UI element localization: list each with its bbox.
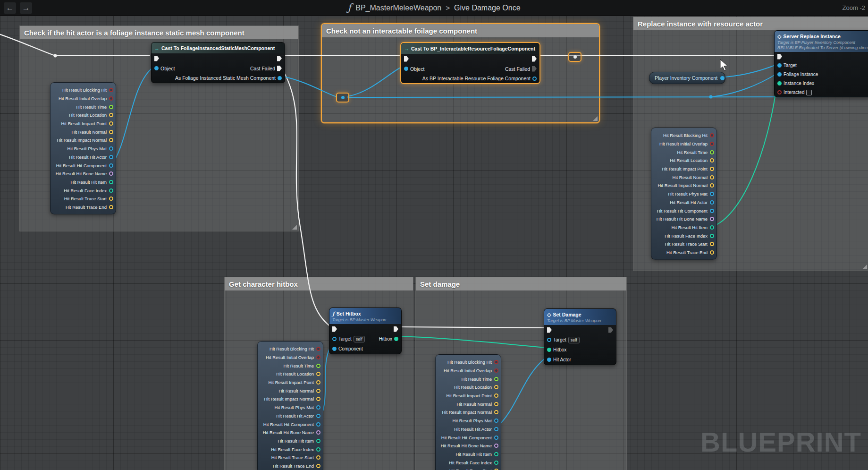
data-pin[interactable] [710, 192, 714, 196]
foliage-instance-pin[interactable] [777, 72, 782, 77]
data-pin[interactable] [316, 439, 320, 443]
data-pin[interactable] [494, 444, 498, 448]
exec-in-pin[interactable] [777, 54, 782, 60]
target-pin[interactable] [777, 63, 782, 68]
data-pin[interactable] [316, 380, 320, 385]
exec-in-pin[interactable] [547, 327, 552, 333]
data-pin[interactable] [494, 427, 498, 431]
data-pin[interactable] [109, 105, 113, 109]
data-pin[interactable] [109, 88, 113, 92]
data-pin[interactable] [494, 385, 498, 389]
break-hit-result-node-3[interactable]: Hit Result Blocking Hit Hit Result Initi… [257, 341, 323, 470]
data-pin[interactable] [710, 183, 714, 188]
cast-failed-pin[interactable] [532, 66, 537, 72]
data-pin[interactable] [109, 180, 113, 184]
data-pin[interactable] [109, 113, 113, 117]
as-component-pin[interactable] [278, 76, 282, 80]
cast-failed-pin[interactable] [277, 66, 282, 71]
data-pin[interactable] [316, 414, 320, 418]
break-hit-result-node-2[interactable]: Hit Result Blocking Hit Hit Result Initi… [651, 128, 717, 260]
data-pin[interactable] [710, 217, 714, 221]
data-pin[interactable] [316, 389, 320, 393]
data-pin[interactable] [316, 430, 320, 435]
data-pin[interactable] [710, 200, 714, 205]
data-pin[interactable] [494, 368, 498, 373]
exec-in-pin[interactable] [404, 56, 409, 62]
data-pin[interactable] [494, 419, 498, 423]
object-pin[interactable] [154, 66, 159, 70]
data-pin[interactable] [316, 447, 320, 452]
target-pin[interactable] [547, 338, 551, 342]
object-junction-dot[interactable] [709, 95, 712, 98]
data-pin[interactable] [316, 464, 320, 468]
data-pin[interactable] [710, 250, 714, 255]
data-pin[interactable] [710, 175, 714, 179]
exec-in-pin[interactable] [332, 326, 337, 332]
data-pin[interactable] [494, 410, 498, 414]
data-pin[interactable] [710, 167, 714, 171]
data-pin[interactable] [316, 397, 320, 401]
data-pin[interactable] [109, 188, 113, 193]
variable-out-pin[interactable] [720, 76, 725, 80]
reroute-pin[interactable] [341, 96, 345, 99]
self-reference-box[interactable]: self [568, 337, 580, 343]
data-pin[interactable] [494, 436, 498, 440]
data-pin[interactable] [710, 150, 714, 154]
data-pin[interactable] [316, 405, 320, 410]
data-pin[interactable] [494, 402, 498, 406]
node-player-inventory-component[interactable]: Player Inventory Component [649, 72, 725, 84]
node-set-damage[interactable]: ◇Set Damage Target is BP Master Weapon T… [544, 308, 616, 365]
data-pin[interactable] [109, 146, 113, 151]
forward-button[interactable]: → [20, 2, 32, 14]
data-pin[interactable] [109, 138, 113, 142]
data-pin[interactable] [710, 133, 714, 137]
exec-out-pin[interactable] [532, 56, 537, 62]
interacted-pin[interactable] [777, 90, 782, 94]
data-pin[interactable] [109, 96, 113, 101]
as-component-pin[interactable] [532, 77, 537, 81]
node-cast-to-bp-interactable-resource-foliage[interactable]: →Cast To BP_InteractableResourceFoliageC… [400, 42, 540, 84]
data-pin[interactable] [710, 242, 714, 246]
component-pin[interactable] [332, 347, 337, 351]
target-pin[interactable] [332, 337, 337, 341]
reroute-node-exec[interactable] [568, 52, 581, 62]
data-pin[interactable] [494, 377, 498, 381]
object-pin[interactable] [404, 67, 408, 71]
reroute-node-object[interactable] [336, 93, 349, 103]
data-pin[interactable] [710, 142, 714, 146]
exec-junction-dot[interactable] [54, 54, 57, 58]
data-pin[interactable] [316, 455, 320, 460]
back-button[interactable]: ← [4, 2, 16, 14]
node-set-hitbox[interactable]: ƒSet Hitbox Target is BP Master Weapon T… [329, 308, 402, 354]
breadcrumb-current[interactable]: Give Damage Once [454, 4, 521, 12]
data-pin[interactable] [316, 422, 320, 427]
node-cast-to-foliage-instanced-static-mesh[interactable]: →Cast To FoliageInstancedStaticMeshCompo… [151, 42, 285, 83]
data-pin[interactable] [710, 234, 714, 238]
data-pin[interactable] [316, 372, 320, 376]
exec-out-pin[interactable] [394, 326, 398, 332]
reroute-pin[interactable] [573, 55, 577, 59]
breadcrumb-root[interactable]: BP_MasterMeleeWeapon [355, 4, 441, 12]
exec-out-pin[interactable] [608, 327, 613, 333]
data-pin[interactable] [109, 121, 113, 126]
break-hit-result-node-1[interactable]: Hit Result Blocking Hit Hit Result Initi… [50, 82, 116, 214]
data-pin[interactable] [710, 158, 714, 162]
data-pin[interactable] [494, 461, 498, 465]
data-pin[interactable] [494, 360, 498, 364]
data-pin[interactable] [316, 364, 320, 368]
data-pin[interactable] [316, 355, 320, 359]
data-pin[interactable] [109, 171, 113, 176]
hitbox-pin[interactable] [547, 348, 551, 352]
self-reference-box[interactable]: self [354, 336, 365, 342]
interacted-checkbox[interactable] [806, 90, 812, 95]
data-pin[interactable] [710, 209, 714, 213]
hitbox-out-pin[interactable] [394, 337, 398, 341]
exec-in-pin[interactable] [154, 56, 159, 61]
data-pin[interactable] [494, 393, 498, 398]
data-pin[interactable] [316, 347, 320, 351]
data-pin[interactable] [109, 205, 113, 209]
hit-actor-pin[interactable] [547, 358, 551, 362]
data-pin[interactable] [109, 130, 113, 134]
data-pin[interactable] [109, 197, 113, 201]
instance-index-pin[interactable] [777, 81, 782, 85]
